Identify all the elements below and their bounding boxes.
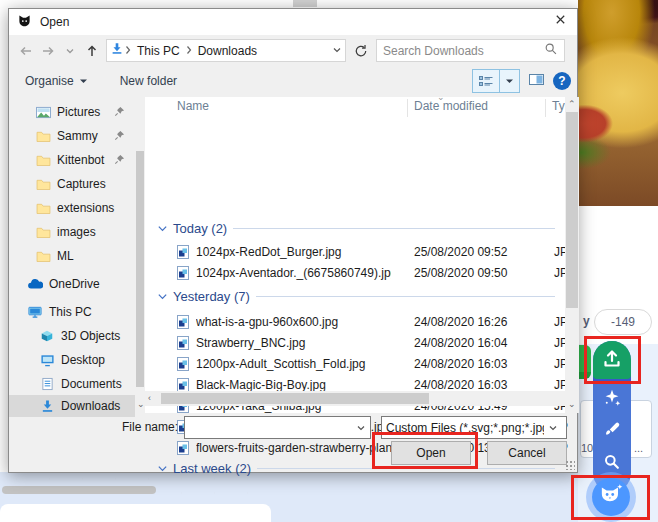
image-file-icon [177, 441, 189, 455]
sidebar-label: Documents [61, 377, 122, 391]
close-button[interactable] [547, 10, 573, 32]
recent-locations-button[interactable] [59, 40, 81, 62]
close-icon [554, 13, 567, 29]
column-separator[interactable] [407, 99, 408, 117]
cancel-button[interactable]: Cancel [487, 441, 567, 465]
column-header-date[interactable]: Date modified [414, 99, 488, 113]
sidebar-item-kittenbot[interactable]: Kittenbot [9, 149, 135, 171]
file-date: 25/08/2020 09:52 [414, 245, 507, 259]
file-name-combo[interactable] [184, 416, 371, 439]
sidebar-item-ml[interactable]: ML [9, 245, 135, 267]
image-file-icon [177, 266, 189, 280]
sparkles-icon [601, 387, 623, 412]
list-view-icon[interactable] [473, 70, 499, 92]
file-row[interactable]: 1024px-Aventador._(6675860749).jpg 25/08… [145, 262, 565, 283]
sidebar-item-extensions[interactable]: extensions [9, 197, 135, 219]
column-separator[interactable] [545, 99, 546, 117]
sidebar-item-sammy[interactable]: Sammy [9, 125, 135, 147]
change-view-button[interactable] [472, 69, 520, 93]
breadcrumb-separator-icon [124, 44, 132, 58]
new-folder-button[interactable]: New folder [112, 74, 185, 88]
sidebar-item-onedrive[interactable]: OneDrive [9, 273, 135, 295]
resize-grip[interactable] [565, 460, 575, 470]
dialog-title: Open [40, 15, 69, 29]
help-button[interactable]: ? [553, 72, 571, 90]
workspace-scrollbar[interactable] [2, 486, 156, 494]
file-name: 1024px-RedDot_Burger.jpg [196, 245, 391, 259]
breadcrumb-separator-icon [185, 44, 193, 58]
scroll-up-icon[interactable]: ⌃ [568, 100, 576, 109]
refresh-button[interactable] [350, 39, 372, 62]
this-pc-icon [27, 305, 43, 319]
column-header-type[interactable]: Ty [552, 99, 565, 113]
file-date: 24/08/2020 16:03 [414, 378, 507, 392]
combo-dropdown-icon[interactable] [352, 423, 370, 433]
folder-icon [35, 130, 51, 142]
onedrive-icon [27, 278, 43, 290]
annotation-open-button [372, 432, 478, 469]
downloads-icon [39, 399, 55, 413]
pictures-icon [35, 106, 51, 119]
sidebar-label: Kittenbot [57, 153, 104, 167]
surprise-sprite-button[interactable] [593, 386, 631, 412]
group-collapse-icon [157, 223, 168, 234]
file-row[interactable]: what-is-a-gpu-960x600.jpg 24/08/2020 16:… [145, 311, 565, 332]
search-box[interactable] [376, 39, 565, 62]
group-header-yesterday[interactable]: Yesterday (7) [157, 287, 561, 305]
file-name-label: File name: [78, 420, 178, 434]
sidebar-item-documents[interactable]: Documents [9, 373, 135, 395]
sidebar-label: Desktop [61, 353, 105, 367]
group-label: Yesterday (7) [173, 289, 250, 304]
sidebar-item-images[interactable]: images [9, 221, 135, 243]
group-header-today[interactable]: Today (2) [157, 219, 561, 237]
pin-icon [114, 154, 125, 168]
address-dropdown-icon[interactable] [332, 44, 342, 58]
sidebar-item-this-pc[interactable]: This PC [9, 301, 135, 323]
dialog-titlebar[interactable]: Open [9, 9, 577, 35]
file-date: 25/08/2020 09:50 [414, 266, 507, 280]
preview-pane-button[interactable] [528, 72, 545, 90]
navigation-bar: This PC Downloads [9, 35, 577, 66]
paint-sprite-button[interactable] [593, 418, 631, 444]
y-coordinate-input[interactable]: -149 [594, 309, 652, 335]
file-name-input[interactable] [185, 421, 352, 435]
forward-button[interactable] [37, 40, 59, 62]
address-bar[interactable]: This PC Downloads [106, 39, 346, 62]
sidebar-scrollbar-thumb[interactable] [136, 151, 144, 387]
image-file-icon [177, 245, 189, 259]
file-row[interactable]: Strawberry_BNC.jpg 24/08/2020 16:04 JP [145, 332, 565, 353]
scroll-left-icon[interactable]: ‹ [148, 394, 151, 403]
view-dropdown-icon[interactable] [499, 70, 519, 92]
breadcrumb-this-pc[interactable]: This PC [132, 44, 185, 58]
back-button[interactable] [15, 40, 37, 62]
filelist-hscrollbar-thumb[interactable] [161, 393, 429, 404]
breadcrumb-downloads[interactable]: Downloads [193, 44, 262, 58]
file-row[interactable]: 1024px-RedDot_Burger.jpg 25/08/2020 09:5… [145, 241, 565, 262]
y-coordinate-label: y [583, 314, 590, 328]
sidebar-label: OneDrive [49, 277, 100, 291]
file-name: what-is-a-gpu-960x600.jpg [196, 315, 391, 329]
filelist-scrollbar-thumb[interactable] [566, 112, 578, 308]
column-header-name[interactable]: Name [177, 99, 209, 113]
folder-icon [35, 226, 51, 238]
background-fragment [293, 0, 317, 7]
folder-icon [35, 250, 51, 262]
scroll-down-icon[interactable]: ⌄ [568, 400, 576, 409]
bottom-left-panel [0, 504, 271, 522]
sidebar-item-3d-objects[interactable]: 3D Objects [9, 325, 135, 347]
file-row[interactable]: 1200px-Adult_Scottish_Fold.jpg 24/08/202… [145, 353, 565, 374]
up-button[interactable] [81, 40, 103, 62]
sidebar-item-captures[interactable]: Captures [9, 173, 135, 195]
sidebar-label: 3D Objects [61, 329, 120, 343]
group-collapse-icon [157, 291, 168, 302]
help-icon: ? [558, 74, 565, 88]
file-date: 24/08/2020 16:03 [414, 357, 507, 371]
sidebar-item-downloads[interactable]: Downloads [9, 395, 135, 417]
organise-button[interactable]: Organise [17, 74, 96, 88]
sidebar-item-desktop[interactable]: Desktop [9, 349, 135, 371]
image-file-icon [177, 315, 189, 329]
sort-indicator-icon: ⌄ [437, 93, 445, 102]
search-input[interactable] [383, 44, 544, 58]
sidebar-item-pictures[interactable]: Pictures [9, 101, 135, 123]
sidebar-scroll-down-icon[interactable]: ⌄ [137, 400, 145, 409]
